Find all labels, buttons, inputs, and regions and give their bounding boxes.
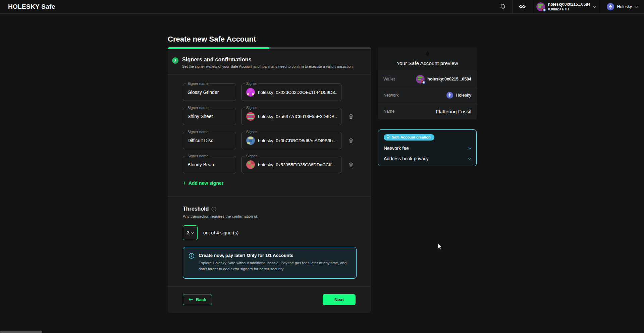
- signer-name-field[interactable]: Signer name: [183, 132, 236, 149]
- preview-card: Your Safe Account preview Wallet: [378, 47, 477, 119]
- signer-address: holesky: 0xa6377dC6d13F55E3D4DB...: [258, 114, 337, 119]
- signer-row: Signer name Signer hol: [183, 84, 363, 101]
- trash-icon: [348, 162, 354, 168]
- signer-name-label: Signer name: [186, 154, 210, 158]
- back-button[interactable]: Back: [183, 294, 212, 305]
- preview-network-icon: [446, 92, 453, 99]
- name-label: Name: [383, 109, 394, 114]
- signer-name-label: Signer name: [186, 106, 210, 110]
- step-number-badge: 2: [172, 57, 178, 64]
- signer-name-field[interactable]: Signer name: [183, 108, 236, 125]
- signer-address-field[interactable]: Signer holesky: 0x02dCd2D2OEc1144D59D3..…: [241, 84, 341, 101]
- walletconnect-icon: [519, 4, 526, 10]
- step-title: Signers and confirmations: [182, 57, 354, 63]
- signer-address-label: Signer: [245, 81, 258, 86]
- account-avatar: [536, 2, 545, 11]
- wallet-value: holesky:0x0215...0584: [427, 77, 471, 81]
- signer-row: Signer name Signer hol: [183, 108, 363, 125]
- signer-avatar: [246, 160, 255, 169]
- remove-signer-button[interactable]: [347, 136, 355, 145]
- wallet-badge-icon: [422, 80, 426, 84]
- threshold-select[interactable]: 3: [183, 225, 198, 240]
- signer-name-input[interactable]: [187, 138, 231, 143]
- tip-label: Address book privacy: [384, 156, 429, 161]
- signer-address: holesky: 0x53355Ef035C86DDaCCff...: [258, 162, 335, 167]
- signer-name-input[interactable]: [187, 162, 231, 167]
- next-button[interactable]: Next: [323, 294, 356, 305]
- wallet-label: Wallet: [383, 77, 395, 81]
- signer-address: holesky: 0x02dCd2D2OEc1144D59D3...: [258, 90, 337, 95]
- remove-signer-button[interactable]: [347, 160, 355, 169]
- info-icon: [211, 207, 216, 212]
- preview-row-name: Name Flattering Fossil: [378, 103, 477, 119]
- signer-name-label: Signer name: [186, 81, 210, 86]
- preview-title: Your Safe Account preview: [378, 60, 477, 66]
- trash-icon: [348, 113, 354, 119]
- signer-address-field[interactable]: Signer holesky: 0x0bCDBCD8d6AcADf9B9b...: [241, 132, 341, 149]
- network-icon: [607, 3, 614, 10]
- signer-name-input[interactable]: [187, 114, 231, 119]
- remove-signer-button[interactable]: [347, 112, 355, 121]
- preview-row-wallet: Wallet holesky:0x0215...0584: [378, 71, 477, 87]
- signer-avatar: [246, 112, 255, 121]
- network-label: Network: [383, 93, 399, 98]
- threshold-suffix: out of 4 signer(s): [203, 230, 238, 235]
- chevron-down-icon: [635, 4, 638, 8]
- chevron-down-icon: [191, 231, 194, 233]
- wizard-card: 2 Signers and confirmations Set the sign…: [168, 47, 371, 313]
- signer-address: holesky: 0x0bCDBCD8d6AcADf9B9b...: [258, 138, 336, 143]
- back-label: Back: [196, 297, 206, 302]
- signer-address-label: Signer: [245, 106, 258, 110]
- add-signer-label: Add new signer: [189, 180, 223, 186]
- trash-icon: [348, 137, 354, 144]
- signer-avatar: [246, 88, 255, 97]
- bulb-icon: [386, 135, 390, 139]
- threshold-value: 3: [187, 230, 190, 235]
- tip-item-address-book[interactable]: Address book privacy: [384, 156, 471, 161]
- tips-card: Safe Account creation Network fee Addres…: [378, 129, 477, 166]
- signer-name-field[interactable]: Signer name: [183, 84, 236, 101]
- network-selector-chip[interactable]: Holesky: [600, 0, 644, 13]
- signer-name-field[interactable]: Signer name: [183, 156, 236, 173]
- app-logo: HOLESKY Safe: [0, 3, 55, 10]
- chevron-down-icon: [468, 146, 472, 149]
- signer-row: Signer name Signer hol: [183, 132, 363, 149]
- horizontal-scrollbar[interactable]: [0, 331, 42, 333]
- alert-title: Create now, pay later! Only for 1/1 Acco…: [199, 253, 350, 258]
- mouse-cursor: [437, 243, 443, 251]
- signer-name-input[interactable]: [187, 90, 231, 95]
- signer-address-label: Signer: [245, 154, 258, 158]
- chevron-down-icon: [593, 4, 596, 8]
- network-name: Holesky: [617, 4, 632, 9]
- alert-info-icon: [189, 253, 195, 272]
- signer-row: Signer name Signer hol: [183, 156, 363, 173]
- back-arrow-icon: [189, 297, 193, 301]
- threshold-subtitle: Any transaction requires the confirmatio…: [183, 214, 363, 218]
- tips-badge-label: Safe Account creation: [392, 135, 431, 139]
- account-balance: 0.08823 ETH: [548, 7, 590, 11]
- account-name: holesky:0x0215...0584: [548, 2, 590, 7]
- signer-address-label: Signer: [245, 130, 258, 134]
- page-title: Create new Safe Account: [168, 35, 256, 44]
- walletconnect-button[interactable]: [513, 0, 532, 13]
- notifications-button[interactable]: [493, 0, 512, 13]
- account-chip[interactable]: holesky:0x0215...0584 0.08823 ETH: [532, 0, 599, 13]
- signer-address-field[interactable]: Signer holesky: 0x53355Ef035C86DDaCCff..…: [241, 156, 341, 173]
- preview-wallet-avatar: [416, 75, 425, 84]
- tip-item-network-fee[interactable]: Network fee: [384, 146, 471, 151]
- alert-body: Explore Holesky Safe without additional …: [199, 260, 350, 272]
- signer-address-field[interactable]: Signer holesky: 0xa6377dC6d13F55E3D4DB..…: [241, 108, 341, 125]
- bell-icon: [499, 3, 506, 10]
- add-signer-button[interactable]: + Add new signer: [183, 180, 223, 186]
- wallet-badge-icon: [542, 8, 546, 12]
- signer-name-label: Signer name: [186, 130, 210, 134]
- tip-label: Network fee: [384, 146, 409, 151]
- preview-row-network: Network Holesky: [378, 87, 477, 103]
- paylater-alert: Create now, pay later! Only for 1/1 Acco…: [183, 247, 357, 279]
- name-value: Flattering Fossil: [436, 109, 471, 114]
- top-bar: HOLESKY Safe: [0, 0, 644, 14]
- signer-avatar: [246, 136, 255, 145]
- tips-badge: Safe Account creation: [384, 134, 434, 141]
- chevron-down-icon: [468, 156, 472, 160]
- threshold-title: Threshold: [183, 206, 209, 212]
